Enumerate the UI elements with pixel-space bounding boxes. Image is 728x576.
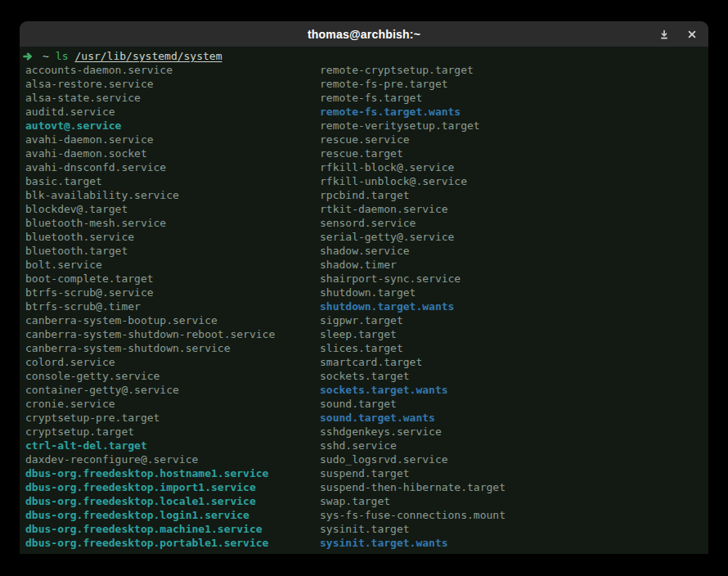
- file-entry-file: sys-fs-fuse-connections.mount: [320, 508, 506, 522]
- file-entry-file: sshd.service: [320, 439, 397, 452]
- file-entry-file: remote-fs-pre.target: [320, 77, 448, 91]
- file-entry-symlink: dbus-org.freedesktop.import1.service: [25, 480, 320, 494]
- prompt-argument: /usr/lib/systemd/system: [74, 49, 222, 63]
- prompt-cwd: ~: [43, 49, 49, 63]
- prompt-command: ls: [56, 49, 69, 63]
- file-entry-file: alsa-state.service: [25, 91, 320, 105]
- file-entry-file: rescue.service: [320, 133, 410, 146]
- listing-row: alsa-restore.serviceremote-fs-pre.target: [20, 77, 708, 91]
- listing-row: avahi-daemon.servicerescue.service: [20, 133, 708, 146]
- file-entry-file: sigpwr.target: [320, 313, 403, 327]
- file-entry-file: bolt.service: [25, 258, 320, 272]
- listing-row: accounts-daemon.serviceremote-cryptsetup…: [20, 63, 708, 77]
- right-arrow-icon: [23, 52, 33, 61]
- file-entry-symlink: ctrl-alt-del.target: [25, 439, 320, 452]
- prompt-line: ~ls/usr/lib/systemd/system: [20, 49, 708, 63]
- listing-row: avahi-dnsconfd.servicerfkill-block@.serv…: [20, 160, 708, 174]
- file-entry-file: sleep.target: [320, 327, 397, 341]
- file-entry-file: boot-complete.target: [25, 272, 320, 286]
- listing-row: bluetooth.targetshadow.service: [20, 244, 708, 258]
- file-entry-file: bluetooth.service: [25, 230, 320, 244]
- listing-row: cronie.servicesound.target: [20, 397, 708, 411]
- listing-row: bluetooth-mesh.servicesensord.service: [20, 216, 708, 230]
- listing-row: dbus-org.freedesktop.portable1.servicesy…: [20, 536, 708, 550]
- terminal-viewport[interactable]: ~ls/usr/lib/systemd/system accounts-daem…: [20, 47, 708, 554]
- file-entry-file: cryptsetup.target: [25, 425, 320, 439]
- file-entry-file: btrfs-scrub@.service: [25, 286, 320, 299]
- listing-row: dbus-org.freedesktop.machine1.servicesys…: [20, 522, 708, 536]
- file-entry-symlink: dbus-org.freedesktop.login1.service: [25, 508, 320, 522]
- listing-row: container-getty@.servicesockets.target.w…: [20, 383, 708, 397]
- file-entry-file: rfkill-block@.service: [320, 160, 454, 174]
- file-entry-file: suspend-then-hibernate.target: [320, 480, 506, 494]
- listing-row: canberra-system-shutdown.serviceslices.t…: [20, 341, 708, 355]
- listing-row: console-getty.servicesockets.target: [20, 369, 708, 383]
- listing-row: cryptsetup-pre.targetsound.target.wants: [20, 411, 708, 425]
- file-entry-file: rtkit-daemon.service: [320, 202, 448, 216]
- file-entry-file: rescue.target: [320, 146, 403, 160]
- listing-row: cryptsetup.targetsshdgenkeys.service: [20, 425, 708, 439]
- file-entry-file: sensord.service: [320, 216, 416, 230]
- file-entry-dir: sound.target.wants: [320, 411, 435, 425]
- file-entry-file: cronie.service: [25, 397, 320, 411]
- listing-row: canberra-system-shutdown-reboot.services…: [20, 327, 708, 341]
- file-entry-file: suspend.target: [320, 466, 410, 480]
- file-entry-file: sysinit.target: [320, 522, 410, 536]
- listing-row: btrfs-scrub@.serviceshutdown.target: [20, 286, 708, 299]
- file-entry-file: blk-availability.service: [25, 188, 320, 202]
- file-entry-symlink: dbus-org.freedesktop.portable1.service: [25, 536, 320, 550]
- download-button[interactable]: [654, 24, 674, 44]
- listing-row: daxdev-reconfigure@.servicesudo_logsrvd.…: [20, 452, 708, 466]
- close-icon: [686, 29, 698, 40]
- file-entry-file: remote-veritysetup.target: [320, 119, 480, 133]
- file-entry-file: sudo_logsrvd.service: [320, 452, 448, 466]
- file-entry-dir: shutdown.target.wants: [320, 299, 454, 313]
- listing-row: blk-availability.servicerpcbind.target: [20, 188, 708, 202]
- file-entry-file: cryptsetup-pre.target: [25, 411, 320, 425]
- listing-row: boot-complete.targetshairport-sync.servi…: [20, 272, 708, 286]
- file-entry-file: colord.service: [25, 355, 320, 369]
- file-entry-file: rfkill-unblock@.service: [320, 174, 467, 188]
- listing-row: blockdev@.targetrtkit-daemon.service: [20, 202, 708, 216]
- file-entry-file: canberra-system-shutdown.service: [25, 341, 320, 355]
- file-entry-file: alsa-restore.service: [25, 77, 320, 91]
- terminal-window: thomas@archbish:~: [20, 21, 708, 554]
- file-entry-file: console-getty.service: [25, 369, 320, 383]
- file-entry-file: slices.target: [320, 341, 403, 355]
- listing-row: btrfs-scrub@.timershutdown.target.wants: [20, 299, 708, 313]
- listing-row: autovt@.serviceremote-veritysetup.target: [20, 119, 708, 133]
- file-entry-file: shadow.service: [320, 244, 410, 258]
- file-entry-file: btrfs-scrub@.timer: [25, 299, 320, 313]
- window-title: thomas@archbish:~: [308, 28, 420, 41]
- download-icon: [658, 29, 670, 40]
- listing-row: auditd.serviceremote-fs.target.wants: [20, 105, 708, 119]
- file-entry-file: shutdown.target: [320, 286, 416, 299]
- listing-row: bluetooth.serviceserial-getty@.service: [20, 230, 708, 244]
- titlebar-buttons: [654, 21, 702, 47]
- listing-row: ctrl-alt-del.targetsshd.service: [20, 439, 708, 452]
- file-entry-file: shairport-sync.service: [320, 272, 461, 286]
- file-entry-file: avahi-daemon.socket: [25, 146, 320, 160]
- file-entry-dir: sysinit.target.wants: [320, 536, 448, 550]
- file-entry-symlink: dbus-org.freedesktop.locale1.service: [25, 494, 320, 508]
- titlebar[interactable]: thomas@archbish:~: [20, 21, 708, 47]
- listing-row: dbus-org.freedesktop.login1.servicesys-f…: [20, 508, 708, 522]
- file-entry-file: canberra-system-shutdown-reboot.service: [25, 327, 320, 341]
- file-entry-file: remote-cryptsetup.target: [320, 63, 474, 77]
- file-entry-file: container-getty@.service: [25, 383, 320, 397]
- file-entry-file: canberra-system-bootup.service: [25, 313, 320, 327]
- file-entry-file: daxdev-reconfigure@.service: [25, 452, 320, 466]
- file-entry-file: sshdgenkeys.service: [320, 425, 442, 439]
- listing-row: dbus-org.freedesktop.locale1.serviceswap…: [20, 494, 708, 508]
- listing-row: dbus-org.freedesktop.hostname1.servicesu…: [20, 466, 708, 480]
- file-entry-file: sound.target: [320, 397, 397, 411]
- file-entry-dir: sockets.target.wants: [320, 383, 448, 397]
- file-entry-file: sockets.target: [320, 369, 410, 383]
- file-entry-file: auditd.service: [25, 105, 320, 119]
- file-entry-dir: remote-fs.target.wants: [320, 105, 461, 119]
- file-entry-file: bluetooth-mesh.service: [25, 216, 320, 230]
- listing-row: colord.servicesmartcard.target: [20, 355, 708, 369]
- close-button[interactable]: [681, 24, 702, 44]
- file-entry-file: rpcbind.target: [320, 188, 410, 202]
- file-entry-file: avahi-daemon.service: [25, 133, 320, 146]
